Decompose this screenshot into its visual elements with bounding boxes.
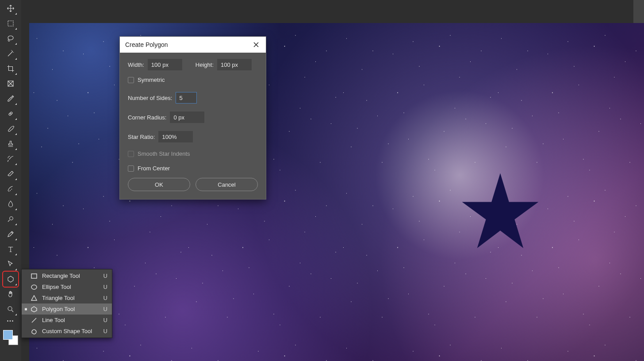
flyout-label: Triangle Tool	[42, 295, 99, 301]
magic-wand-tool[interactable]	[4, 47, 17, 60]
flyout-shortcut: U	[104, 306, 107, 312]
flyout-label: Custom Shape Tool	[42, 328, 99, 334]
lasso-tool[interactable]	[4, 32, 17, 45]
dodge-tool[interactable]	[4, 212, 17, 226]
flyout-label: Ellipse Tool	[42, 284, 99, 290]
top-bar	[21, 0, 644, 23]
svg-marker-11	[31, 307, 37, 312]
flyout-polygon-tool[interactable]: Polygon Tool U	[22, 303, 112, 315]
from-center-label: From Center	[138, 165, 170, 172]
polygon-icon	[31, 306, 38, 313]
history-brush-tool[interactable]	[4, 152, 17, 165]
symmetric-checkbox[interactable]	[128, 77, 134, 83]
cancel-button[interactable]: Cancel	[196, 178, 258, 191]
height-input[interactable]	[217, 59, 252, 70]
marquee-tool[interactable]	[4, 17, 17, 30]
smooth-indents-label: Smooth Star Indents	[138, 150, 190, 157]
flyout-label: Rectangle Tool	[42, 273, 99, 279]
line-icon	[31, 317, 38, 324]
smooth-indents-checkbox	[128, 151, 134, 157]
svg-marker-10	[31, 296, 37, 300]
type-tool[interactable]	[4, 242, 17, 256]
flyout-line-tool[interactable]: Line Tool U	[22, 315, 112, 326]
flyout-custom-shape-tool[interactable]: Custom Shape Tool U	[22, 326, 112, 337]
shape-tool[interactable]	[4, 273, 17, 286]
svg-marker-5	[8, 276, 13, 282]
blur-tool[interactable]	[4, 197, 17, 211]
sides-label: Number of Sides:	[128, 95, 172, 101]
dialog-titlebar[interactable]: Create Polygon	[120, 37, 266, 53]
path-select-tool[interactable]	[4, 257, 17, 271]
close-button[interactable]	[251, 39, 261, 50]
flyout-triangle-tool[interactable]: Triangle Tool U	[22, 292, 112, 303]
flyout-label: Line Tool	[42, 317, 99, 323]
corner-radius-input[interactable]	[170, 111, 204, 123]
from-center-checkbox[interactable]	[128, 165, 134, 172]
foreground-color-swatch[interactable]	[3, 330, 13, 340]
shape-tool-flyout: Rectangle Tool U Ellipse Tool U Triangle…	[21, 269, 112, 338]
color-swatches[interactable]	[3, 330, 18, 345]
eyedropper-tool[interactable]	[4, 92, 17, 105]
tools-panel: •••	[0, 0, 21, 361]
svg-rect-8	[31, 274, 37, 278]
width-input[interactable]	[148, 59, 182, 70]
flyout-label: Polygon Tool	[42, 306, 99, 312]
pen-tool[interactable]	[4, 227, 17, 241]
more-tools[interactable]: •••	[7, 317, 15, 326]
dialog-title: Create Polygon	[125, 41, 168, 48]
triangle-icon	[31, 295, 38, 302]
eraser-tool[interactable]	[4, 167, 17, 180]
svg-marker-7	[462, 173, 539, 248]
height-label: Height:	[196, 61, 214, 68]
flyout-shortcut: U	[104, 328, 107, 334]
healing-tool[interactable]	[4, 107, 17, 120]
create-polygon-dialog: Create Polygon Width: Height: Symmetric …	[119, 36, 266, 200]
custom-shape-icon	[31, 328, 38, 335]
svg-point-1	[8, 36, 13, 40]
width-label: Width:	[128, 61, 144, 68]
stamp-tool[interactable]	[4, 137, 17, 150]
ok-button[interactable]: OK	[128, 178, 190, 191]
corner-radius-label: Corner Radius:	[128, 114, 166, 121]
crop-tool[interactable]	[4, 62, 17, 75]
move-tool[interactable]	[4, 2, 17, 15]
sides-input[interactable]	[176, 92, 197, 104]
ellipse-icon	[31, 284, 38, 291]
flyout-shortcut: U	[104, 284, 107, 290]
symmetric-label: Symmetric	[138, 77, 165, 83]
flyout-shortcut: U	[104, 317, 107, 323]
drawn-star-shape[interactable]	[460, 172, 540, 251]
hand-tool[interactable]	[4, 288, 17, 301]
svg-point-9	[31, 285, 37, 289]
flyout-rectangle-tool[interactable]: Rectangle Tool U	[22, 270, 112, 281]
frame-tool[interactable]	[4, 77, 17, 90]
svg-point-6	[8, 307, 12, 311]
brush-tool[interactable]	[4, 122, 17, 135]
star-ratio-label: Star Ratio:	[128, 134, 155, 140]
svg-rect-0	[8, 21, 13, 26]
flyout-shortcut: U	[104, 273, 107, 279]
svg-point-4	[10, 217, 13, 220]
star-ratio-input[interactable]	[158, 131, 193, 142]
flyout-ellipse-tool[interactable]: Ellipse Tool U	[22, 281, 112, 292]
right-panel-edge	[633, 0, 644, 23]
gradient-tool[interactable]	[4, 182, 17, 196]
rectangle-icon	[31, 273, 38, 280]
zoom-tool[interactable]	[4, 303, 17, 316]
flyout-shortcut: U	[104, 295, 107, 301]
